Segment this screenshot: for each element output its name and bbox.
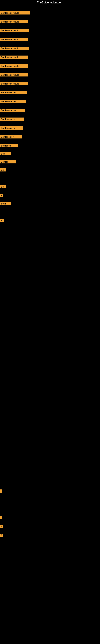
bottleneck-result-badge: Bottlen xyxy=(0,160,16,164)
bottleneck-result-badge: Bottleneck result xyxy=(0,11,30,14)
bottleneck-result-badge: Bottleneck r xyxy=(0,135,22,138)
site-title: TheBottlenecker.com xyxy=(0,0,100,5)
bottleneck-result-badge: Bo xyxy=(0,168,6,172)
bottleneck-result-badge: B xyxy=(0,194,3,197)
bottleneck-result-badge: B xyxy=(0,525,3,528)
bottleneck-result-badge: Bottl xyxy=(0,202,11,205)
bottleneck-result-badge: Bottleneck result xyxy=(0,82,28,85)
bottleneck-result-badge: Bottleneck res xyxy=(0,109,25,112)
bottleneck-result-badge: B xyxy=(0,534,3,537)
bottleneck-result-badge: | xyxy=(0,490,1,493)
bottleneck-result-badge: Bottleneck re xyxy=(0,126,23,130)
bottleneck-result-badge: | xyxy=(0,516,1,519)
bottleneck-result-badge: Bottleneck result xyxy=(0,73,28,76)
bottleneck-result-badge: Bottleneck result xyxy=(0,20,28,23)
bottleneck-result-badge: Bottleneck result xyxy=(0,64,28,68)
bottleneck-result-badge: Bottlenec xyxy=(0,144,18,147)
bottleneck-result-badge: Bottleneck result xyxy=(0,56,28,59)
bottleneck-result-badge: Bottleneck resu xyxy=(0,91,27,94)
bottleneck-result-badge: Bottleneck result xyxy=(0,47,29,50)
bottleneck-result-badge: Bo xyxy=(0,185,6,188)
bottleneck-result-badge: Bottleneck result xyxy=(0,38,28,41)
bottleneck-result-badge: B xyxy=(0,219,4,222)
bottleneck-result-badge: Bott xyxy=(0,152,11,155)
bottleneck-result-badge: Bottleneck re xyxy=(0,118,24,121)
bottleneck-result-badge: Bottleneck result xyxy=(0,29,29,32)
bottleneck-result-badge: Bottleneck resu xyxy=(0,100,26,103)
